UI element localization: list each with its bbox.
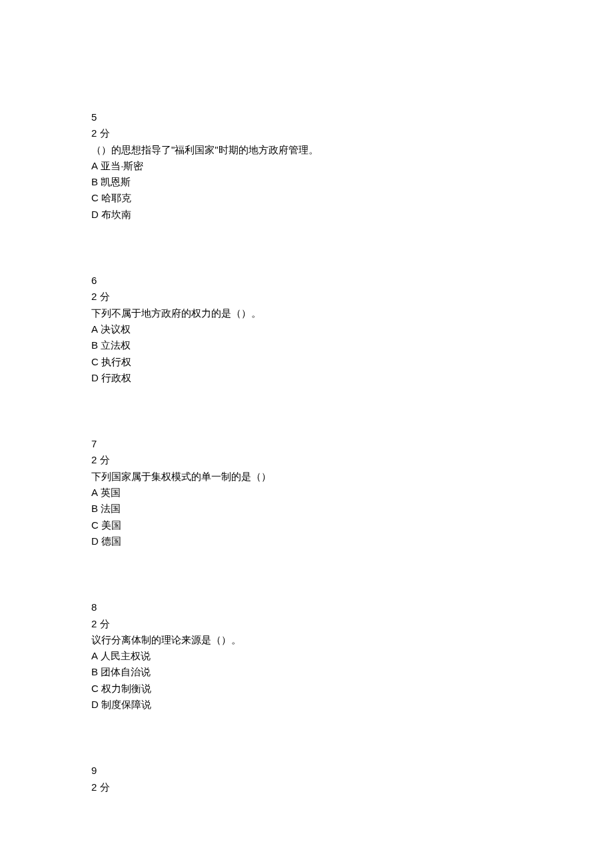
question-points: 2 分 — [91, 452, 613, 468]
option-letter: D — [91, 699, 99, 710]
question-text: （）的思想指导了"福利国家"时期的地方政府管理。 — [91, 142, 613, 158]
option: B 团体自治说 — [91, 664, 613, 680]
option-text: 法国 — [98, 503, 121, 514]
option: B 凯恩斯 — [91, 174, 613, 190]
option: D 制度保障说 — [91, 697, 613, 713]
option-text: 德国 — [99, 535, 121, 547]
option-letter: C — [91, 519, 99, 531]
option-letter: B — [91, 176, 98, 187]
option-letter: B — [91, 666, 98, 677]
option-text: 哈耶克 — [99, 192, 131, 203]
option: B 法国 — [91, 501, 613, 517]
option-letter: D — [91, 209, 99, 220]
option-text: 英国 — [98, 487, 121, 498]
question-number: 6 — [91, 273, 613, 289]
question-block: 72 分下列国家属于集权模式的单一制的是（）A 英国B 法国C 美国D 德国 — [91, 436, 613, 549]
question-block: 82 分议行分离体制的理论来源是（）。A 人民主权说B 团体自治说C 权力制衡说… — [91, 599, 613, 713]
option-letter: B — [91, 503, 98, 514]
option: A 亚当·斯密 — [91, 158, 613, 174]
question-number: 5 — [91, 109, 613, 125]
option-letter: A — [91, 160, 98, 171]
question-number: 9 — [91, 763, 613, 779]
option-letter: A — [91, 650, 98, 661]
question-text: 议行分离体制的理论来源是（）。 — [91, 632, 613, 648]
question-text: 下列不属于地方政府的权力的是（）。 — [91, 305, 613, 321]
question-block: 52 分（）的思想指导了"福利国家"时期的地方政府管理。A 亚当·斯密B 凯恩斯… — [91, 109, 613, 223]
option-letter: C — [91, 356, 99, 367]
option-letter: C — [91, 683, 99, 694]
option-letter: D — [91, 535, 99, 547]
option-text: 立法权 — [98, 339, 131, 351]
option: B 立法权 — [91, 337, 613, 353]
question-text: 下列国家属于集权模式的单一制的是（） — [91, 469, 613, 485]
question-points: 2 分 — [91, 779, 613, 795]
option-text: 团体自治说 — [98, 666, 151, 677]
question-block: 92 分 — [91, 763, 613, 795]
option: C 美国 — [91, 517, 613, 533]
question-points: 2 分 — [91, 125, 613, 141]
question-block: 62 分下列不属于地方政府的权力的是（）。A 决议权B 立法权C 执行权D 行政… — [91, 273, 613, 386]
option-text: 人民主权说 — [98, 650, 151, 661]
option: A 英国 — [91, 485, 613, 501]
option-letter: A — [91, 487, 98, 498]
option: D 德国 — [91, 533, 613, 549]
option-text: 执行权 — [99, 356, 131, 367]
option-text: 美国 — [99, 519, 121, 531]
question-number: 8 — [91, 599, 613, 615]
option-text: 权力制衡说 — [99, 683, 151, 694]
question-points: 2 分 — [91, 616, 613, 632]
option-letter: B — [91, 339, 98, 351]
option: C 权力制衡说 — [91, 681, 613, 697]
option-letter: A — [91, 323, 98, 335]
option: D 行政权 — [91, 370, 613, 386]
option-text: 亚当·斯密 — [98, 160, 143, 171]
option: C 执行权 — [91, 354, 613, 370]
question-number: 7 — [91, 436, 613, 452]
option-text: 制度保障说 — [99, 699, 151, 710]
option-text: 凯恩斯 — [98, 176, 131, 187]
option: A 决议权 — [91, 321, 613, 337]
option: A 人民主权说 — [91, 648, 613, 664]
option-letter: C — [91, 192, 99, 203]
option-text: 布坎南 — [99, 209, 131, 220]
question-points: 2 分 — [91, 289, 613, 305]
option-text: 行政权 — [99, 372, 131, 383]
option: D 布坎南 — [91, 207, 613, 223]
option: C 哈耶克 — [91, 190, 613, 206]
option-text: 决议权 — [98, 323, 131, 335]
option-letter: D — [91, 372, 99, 383]
